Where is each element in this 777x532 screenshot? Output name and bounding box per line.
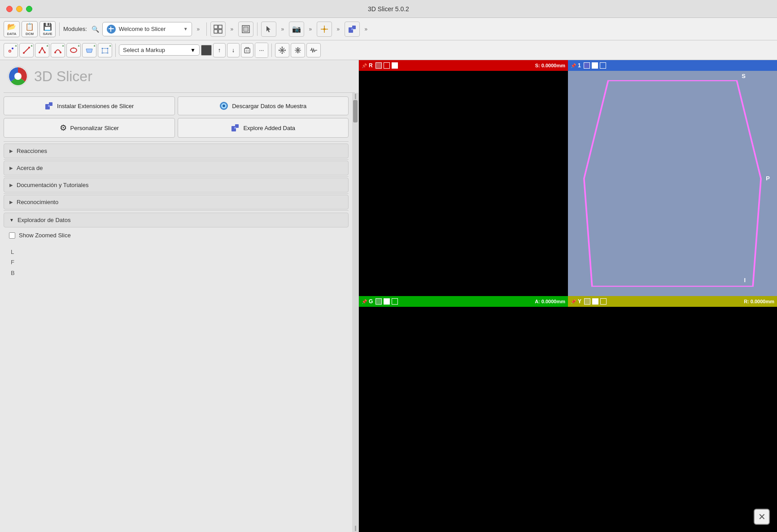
ext-chevron[interactable]: » [362,24,371,35]
add-plane-button[interactable]: + [82,43,96,57]
reacciones-header[interactable]: ▶ Reacciones [4,144,349,158]
acerca-section: ▶ Acerca de [4,161,349,175]
pin-icon-r[interactable]: 📌 [362,63,367,68]
viewport-red-bar: 📌 R S: 0.0000mm [359,60,568,71]
vp-3d-white-box[interactable] [592,62,598,69]
svg-rect-3 [214,25,218,29]
crosshair-button[interactable] [317,22,332,37]
vp-r-white-box[interactable] [392,62,398,69]
svg-rect-5 [214,30,218,33]
vp-g-white-box[interactable] [384,298,390,305]
move-down-button[interactable]: ↓ [227,43,240,57]
vp-g-outline-box[interactable] [392,298,398,305]
plane-icon [85,46,93,54]
select-markup-dropdown[interactable]: Select a Markup ▼ [119,44,200,56]
close-overlay-button[interactable]: ✕ [754,509,770,525]
extension-button[interactable] [345,22,360,37]
add-angle-button[interactable]: + [35,43,49,57]
move-up-button[interactable]: ↑ [213,43,226,57]
viewport-3d-bar: 📌 1 [568,60,777,71]
vp-y-color-box[interactable] [584,298,590,305]
download-sample-button[interactable]: Descargar Datos de Muestra [178,96,349,115]
vp-r-color-box[interactable] [375,62,382,69]
content-area: 3D Slicer Instalar Extensiones de Slicer [0,60,777,532]
nav-chevron[interactable]: » [334,24,343,35]
vp-3d-color-box[interactable] [584,62,590,69]
svg-point-29 [102,48,103,49]
acerca-header[interactable]: ▶ Acerca de [4,161,349,175]
svg-marker-27 [86,49,92,52]
snowflake-button1[interactable] [275,43,289,57]
show-zoomed-checkbox[interactable] [9,232,15,239]
panel-scroll: Instalar Extensiones de Slicer Descargar… [0,93,352,532]
add-point-button[interactable]: + [4,43,18,57]
scroll-thumb[interactable] [353,100,358,122]
add-curve-button[interactable]: + [51,43,65,57]
markup-dropdown-arrow-icon: ▼ [190,47,196,53]
data-explorer-header[interactable]: ▼ Explorador de Datos [4,213,349,227]
layout-chevron[interactable]: » [227,24,236,35]
modules-chevron[interactable]: » [194,24,203,35]
pin-icon-g[interactable]: 📌 [362,299,367,304]
module-dropdown[interactable]: Welcome to Slicer ▼ [102,22,192,36]
main-toolbar: 📂 DATA 📋 DCM 💾 SAVE Modules: 🔍 Welcome t… [0,18,777,40]
data-button[interactable]: 📂 DATA [4,21,20,37]
pin-icon-3d[interactable]: 📌 [571,63,576,68]
pointer-button[interactable] [261,22,276,37]
acerca-label: Acerca de [17,165,43,171]
add-line-button[interactable]: + [19,43,34,57]
scroll-up-arrow[interactable] [355,94,356,99]
modules-search-button[interactable]: 🔍 [91,24,100,34]
reacciones-label: Reacciones [17,148,47,154]
more-options-button[interactable]: ··· [255,43,268,57]
add-closed-curve-button[interactable]: + [66,43,81,57]
more-options-group: ··· [255,43,268,58]
camera-button[interactable]: 📷 [289,22,304,37]
camera-chevron[interactable]: » [306,24,315,35]
documentacion-header[interactable]: ▶ Documentación y Tutoriales [4,178,349,192]
pin-icon-y[interactable]: 📌 [571,299,576,304]
svg-rect-13 [351,28,353,30]
save-button[interactable]: 💾 SAVE [39,21,56,37]
scroll-down-arrow[interactable] [355,526,356,531]
traffic-lights [6,6,32,12]
add-badge4: + [62,44,64,48]
maximize-button[interactable] [26,6,32,12]
add-badge2: + [31,44,33,48]
dcm-button[interactable]: 📋 DCM [22,21,38,37]
svg-point-24 [60,52,61,53]
delete-markup-button[interactable] [241,43,253,57]
svg-rect-2 [110,26,111,32]
vp-y-white-box[interactable] [592,298,598,305]
curve-markup-icon [54,46,62,54]
data-label: DATA [7,32,16,36]
waveform-button[interactable] [306,43,321,57]
viewport-3d-content: S P I [568,60,777,296]
sec-divider2 [4,176,349,177]
customize-label: Personalizar Slicer [70,125,119,131]
scrollbar[interactable] [352,93,358,532]
tools-chevron[interactable]: » [278,24,287,35]
svg-point-21 [41,47,43,49]
roi-icon [101,46,109,54]
minimize-button[interactable] [16,6,22,12]
add-roi-button[interactable]: + [98,43,112,57]
letter-b: B [11,268,341,278]
svg-point-26 [73,47,74,48]
customize-slicer-button[interactable]: ⚙ Personalizar Slicer [4,118,175,138]
vp-3d-outline-box[interactable] [600,62,606,69]
explore-data-button[interactable]: Explore Added Data [178,118,349,138]
reconocimiento-header[interactable]: ▶ Reconocimiento [4,195,349,209]
color-button[interactable] [201,45,212,56]
vp-g-measure: A: 0.0000mm [535,299,565,304]
vp-r-outline-box[interactable] [384,62,390,69]
reacciones-section: ▶ Reacciones [4,144,349,158]
vp-g-color-box[interactable] [375,298,382,305]
install-extensions-button[interactable]: Instalar Extensiones de Slicer [4,96,175,115]
dropdown-arrow-icon: ▼ [183,26,188,31]
vp-y-outline-box[interactable] [600,298,607,305]
close-button[interactable] [6,6,13,12]
fit-view-button[interactable] [238,22,253,37]
table-view-button[interactable] [210,22,226,37]
snowflake-button2[interactable] [291,43,305,57]
